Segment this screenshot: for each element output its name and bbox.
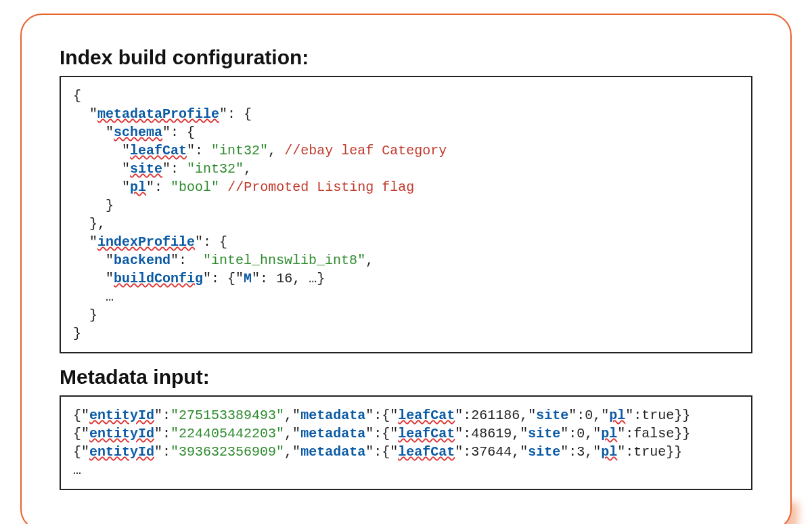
metadata-row: {"entityId":"393632356909","metadata":{"…	[73, 444, 682, 460]
ellipsis: …	[73, 462, 81, 478]
metadata-row: {"entityId":"275153389493","metadata":{"…	[73, 408, 690, 423]
card: Index build configuration: { "metadataPr…	[20, 14, 792, 524]
code-block-metadata: {"entityId":"275153389493","metadata":{"…	[60, 395, 752, 490]
section-title-metadata: Metadata input:	[60, 366, 752, 389]
section-title-config: Index build configuration:	[60, 46, 752, 69]
card-container: Index build configuration: { "metadataPr…	[20, 14, 792, 524]
metadata-row: {"entityId":"224405442203","metadata":{"…	[73, 426, 690, 441]
code-block-config: { "metadataProfile": { "schema": { "leaf…	[60, 76, 752, 353]
